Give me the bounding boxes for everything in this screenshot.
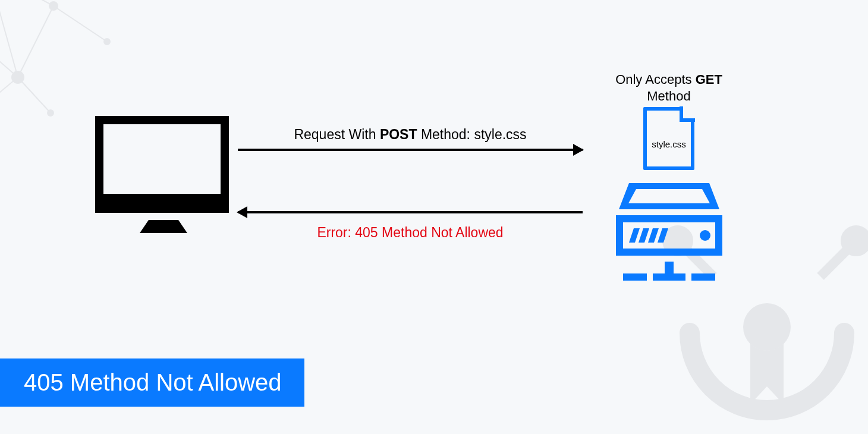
request-label-pre: Request With [294,127,379,142]
svg-point-12 [48,110,54,116]
svg-marker-19 [629,228,640,243]
accepts-bold: GET [696,72,722,87]
title-text: 405 Method Not Allowed [24,369,282,395]
svg-line-2 [54,6,107,42]
svg-line-4 [18,77,51,113]
svg-rect-25 [623,273,647,281]
svg-marker-20 [639,228,649,243]
svg-rect-26 [653,273,685,281]
svg-marker-21 [648,228,659,243]
request-label: Request With POST Method: style.css [238,127,583,143]
response-arrow-icon [238,211,583,213]
svg-rect-27 [691,273,715,281]
request-arrow-icon [238,149,583,151]
svg-line-6 [0,36,18,77]
svg-rect-24 [665,262,674,273]
svg-point-17 [845,230,867,251]
accepts-line2: Method [647,89,690,103]
server-accepts-label: Only Accepts GET Method [603,71,734,104]
svg-point-10 [12,71,24,83]
client-monitor-icon [95,116,232,247]
svg-point-8 [49,2,58,10]
file-icon: style.css [643,107,694,170]
svg-marker-22 [658,228,668,243]
svg-line-5 [0,0,18,77]
svg-line-1 [18,6,54,77]
accepts-pre: Only Accepts [615,72,696,87]
file-name-label: style.css [643,139,694,149]
request-label-bold: POST [380,127,417,142]
title-bar: 405 Method Not Allowed [0,358,304,407]
svg-point-9 [104,39,110,45]
error-label: Error: 405 Method Not Allowed [238,225,583,241]
request-label-post: Method: style.css [417,127,527,142]
svg-point-23 [700,230,710,241]
server-icon [611,178,727,291]
svg-line-0 [0,0,54,6]
